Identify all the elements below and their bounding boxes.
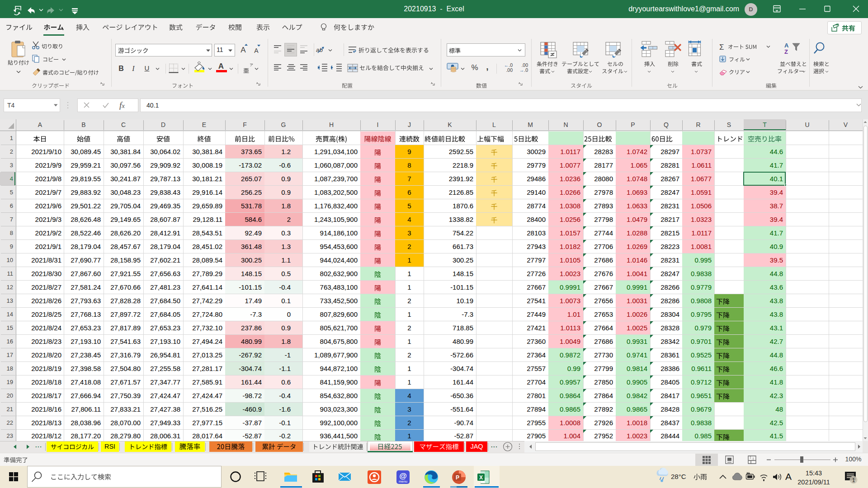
svg-text:1: 1 — [852, 477, 855, 483]
svg-text:P: P — [456, 474, 459, 481]
svg-text:menu: menu — [399, 479, 407, 483]
svg-text:X: X — [479, 474, 483, 481]
